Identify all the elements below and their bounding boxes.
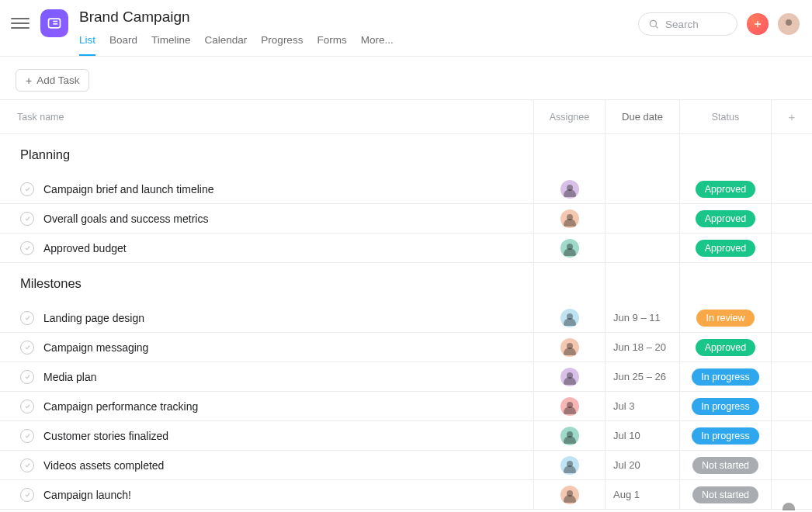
due-date-cell[interactable] <box>606 234 680 262</box>
due-date-cell[interactable] <box>606 204 680 233</box>
complete-task-icon[interactable] <box>20 429 34 443</box>
task-name: Videos assets completed <box>43 459 164 472</box>
task-name: Campaign launch! <box>43 489 131 501</box>
complete-task-icon[interactable] <box>20 488 34 502</box>
assignee-avatar[interactable] <box>560 427 579 445</box>
assignee-avatar[interactable] <box>560 397 579 416</box>
task-name: Customer stories finalized <box>43 430 168 442</box>
status-pill[interactable]: In review <box>696 310 754 327</box>
column-header-row: Task name Assignee Due date Status + <box>0 100 812 134</box>
task-row[interactable]: Campaign performance trackingJul 3In pro… <box>0 392 812 421</box>
column-header-due-date[interactable]: Due date <box>606 100 680 133</box>
project-title[interactable]: Brand Campaign <box>79 8 394 26</box>
header-actions <box>638 12 800 36</box>
status-pill[interactable]: Approved <box>696 210 756 227</box>
search-input[interactable] <box>665 19 727 30</box>
task-row[interactable]: Landing page designJun 9 – 11In review <box>0 303 812 333</box>
assignee-avatar[interactable] <box>560 239 579 258</box>
tab-calendar[interactable]: Calendar <box>205 31 248 56</box>
task-name: Media plan <box>43 371 97 383</box>
title-block: Brand Campaign ListBoardTimelineCalendar… <box>79 8 394 56</box>
project-icon[interactable] <box>40 9 68 37</box>
complete-task-icon[interactable] <box>20 241 34 255</box>
due-date-cell[interactable]: Jul 20 <box>606 451 680 479</box>
due-date-cell[interactable]: Jul 10 <box>606 421 680 450</box>
assignee-avatar[interactable] <box>560 309 579 327</box>
status-pill[interactable]: In progress <box>692 427 759 445</box>
assignee-avatar[interactable] <box>560 209 579 228</box>
add-task-button[interactable]: + Add Task <box>16 69 89 92</box>
tab-timeline[interactable]: Timeline <box>151 31 191 56</box>
plus-icon <box>752 19 763 29</box>
task-row[interactable]: Videos assets completedJul 20Not started <box>0 451 812 480</box>
complete-task-icon[interactable] <box>20 311 34 325</box>
task-name: Campaign brief and launch timeline <box>43 183 213 195</box>
section-title[interactable]: Milestones <box>0 263 534 303</box>
assignee-avatar[interactable] <box>560 456 579 475</box>
search-icon <box>648 19 659 29</box>
due-date-cell[interactable]: Jul 3 <box>606 392 680 420</box>
assignee-avatar[interactable] <box>560 338 579 357</box>
section-row: Milestones <box>0 263 812 303</box>
complete-task-icon[interactable] <box>20 400 34 413</box>
complete-task-icon[interactable] <box>20 370 34 384</box>
task-name: Campaign messaging <box>43 341 148 354</box>
task-grid: Task name Assignee Due date Status + Pla… <box>0 99 812 510</box>
task-row[interactable]: Campaign messagingJun 18 – 20Approved <box>0 333 812 362</box>
complete-task-icon[interactable] <box>20 341 34 355</box>
section-row: Planning <box>0 134 812 175</box>
menu-icon[interactable] <box>11 14 29 33</box>
status-pill[interactable]: Approved <box>696 181 756 198</box>
status-pill[interactable]: Not started <box>692 457 758 474</box>
search-box[interactable] <box>638 12 737 36</box>
assignee-avatar[interactable] <box>560 368 579 386</box>
status-pill[interactable]: Approved <box>696 240 756 257</box>
task-row[interactable]: Customer stories finalizedJul 10In progr… <box>0 421 812 451</box>
assignee-avatar[interactable] <box>560 486 579 504</box>
assignee-avatar[interactable] <box>560 180 579 199</box>
column-header-status[interactable]: Status <box>680 100 772 133</box>
plus-icon: + <box>26 75 32 86</box>
task-name: Approved budget <box>43 242 127 254</box>
column-header-task-name[interactable]: Task name <box>0 100 534 133</box>
due-date-cell[interactable]: Jun 25 – 26 <box>606 362 680 391</box>
tab-list[interactable]: List <box>79 31 95 56</box>
section-title[interactable]: Planning <box>0 134 534 175</box>
column-header-assignee[interactable]: Assignee <box>534 100 606 133</box>
task-row[interactable]: Overall goals and success metricsApprove… <box>0 204 812 234</box>
task-row[interactable]: Campaign launch!Aug 1Not started <box>0 480 812 510</box>
complete-task-icon[interactable] <box>20 212 34 226</box>
complete-task-icon[interactable] <box>20 182 34 196</box>
tab-board[interactable]: Board <box>109 31 137 56</box>
tab-more[interactable]: More... <box>361 31 394 56</box>
due-date-cell[interactable]: Jun 18 – 20 <box>606 333 680 362</box>
add-column-button[interactable]: + <box>772 100 812 133</box>
global-add-button[interactable] <box>747 13 769 35</box>
task-row[interactable]: Approved budgetApproved <box>0 234 812 263</box>
app-header: Brand Campaign ListBoardTimelineCalendar… <box>0 0 812 57</box>
tab-progress[interactable]: Progress <box>261 31 303 56</box>
svg-line-6 <box>656 26 658 29</box>
status-pill[interactable]: In progress <box>692 398 759 415</box>
task-name: Landing page design <box>43 312 144 324</box>
status-pill[interactable]: Not started <box>692 486 758 503</box>
status-pill[interactable]: Approved <box>696 339 756 356</box>
due-date-cell[interactable]: Aug 1 <box>606 480 680 509</box>
task-row[interactable]: Media planJun 25 – 26In progress <box>0 362 812 392</box>
due-date-cell[interactable] <box>606 175 680 203</box>
svg-point-5 <box>650 20 656 26</box>
view-tabs: ListBoardTimelineCalendarProgressFormsMo… <box>79 31 394 56</box>
task-name: Campaign performance tracking <box>43 400 198 413</box>
task-name: Overall goals and success metrics <box>43 213 208 225</box>
complete-task-icon[interactable] <box>20 458 34 472</box>
status-pill[interactable]: In progress <box>692 368 759 386</box>
tab-forms[interactable]: Forms <box>317 31 346 56</box>
add-task-label: Add Task <box>36 74 79 86</box>
due-date-cell[interactable]: Jun 9 – 11 <box>606 303 680 332</box>
task-row[interactable]: Campaign brief and launch timelineApprov… <box>0 175 812 204</box>
toolbar: + Add Task <box>0 57 812 99</box>
current-user-avatar[interactable] <box>778 13 800 35</box>
